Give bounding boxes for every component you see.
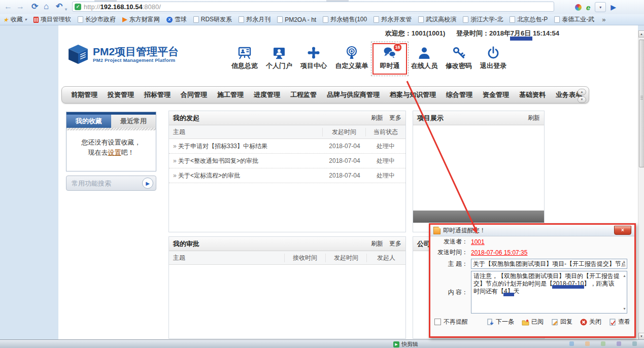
bookmark-item[interactable]: 邦永开发管 — [374, 15, 412, 24]
bookmark-item[interactable]: 浙江大学-北 — [463, 15, 503, 24]
tab-recently-used[interactable]: 最近常用 — [111, 115, 156, 128]
menu-scroll-spinner: ▲ ▼ — [578, 89, 586, 103]
tray-icon[interactable] — [617, 341, 621, 346]
bookmark-item[interactable]: 邦永月刊 — [239, 15, 270, 24]
key-icon — [452, 46, 466, 60]
xueqiu-icon: X — [166, 17, 173, 23]
menu-item[interactable]: 基础资料 — [514, 90, 551, 99]
browser-wheel-icon[interactable] — [575, 4, 582, 11]
menu-item[interactable]: 进度管理 — [249, 90, 285, 99]
page-icon — [239, 16, 244, 23]
nav-project-center[interactable]: 项目中心 — [296, 46, 331, 71]
tab-my-favorites[interactable]: 我的收藏 — [66, 115, 111, 128]
dialog-close-button[interactable]: × — [614, 226, 631, 235]
function-search-input[interactable] — [71, 179, 142, 188]
tray-icon[interactable] — [632, 341, 637, 346]
bookmarks-overflow-icon[interactable]: » — [602, 16, 605, 23]
taskbar-app[interactable]: ▶ 快剪辑 — [393, 340, 418, 348]
more-link[interactable]: 更多 — [389, 114, 401, 122]
nav-logout[interactable]: 退出登录 — [476, 46, 511, 71]
menu-item[interactable]: 投资管理 — [103, 90, 139, 99]
nav-personal-portal[interactable]: 个人门户 — [262, 46, 296, 71]
ie-mode-icon[interactable]: e — [586, 4, 590, 11]
menu-item[interactable]: 前期管理 — [66, 90, 103, 99]
menu-item[interactable]: 施工管理 — [212, 90, 249, 99]
refresh-icon[interactable]: ⟳ — [31, 2, 38, 12]
textarea-scroll-up-icon[interactable]: ▲ — [623, 272, 626, 280]
no-more-reminder-checkbox[interactable] — [434, 319, 441, 325]
nav-change-password[interactable]: 修改密码 — [442, 46, 476, 71]
menu-scroll-up[interactable]: ▲ — [578, 89, 586, 95]
subject-input[interactable] — [471, 259, 627, 269]
close-message-button[interactable]: 关闭 — [580, 318, 601, 326]
cube-logo-icon — [67, 44, 89, 65]
back-icon[interactable]: ← — [4, 2, 12, 12]
menu-item[interactable]: 品牌与供应商管理 — [322, 90, 385, 99]
url-port: :8080/ — [143, 3, 161, 11]
bookmark-item[interactable]: 邦永销售(100 — [323, 15, 367, 24]
bookmark-item[interactable]: 武汉高校演 — [418, 15, 456, 24]
favorites-empty-message: 您还没有设置收藏， 现在去设置吧！ — [66, 130, 156, 158]
table-row[interactable]: 关于<定标流程>的审批 2018-07-04 处理中 — [169, 168, 405, 183]
nav-online-users[interactable]: 在线人员 — [407, 46, 442, 71]
menu-item[interactable]: 合同管理 — [176, 90, 212, 99]
scrollbar-thumb[interactable] — [639, 40, 644, 167]
textarea-scroll-down-icon[interactable]: ▼ — [623, 305, 626, 312]
tray-icon[interactable] — [601, 341, 605, 346]
puzzle-icon — [307, 46, 321, 60]
next-item-button[interactable]: 下一条 — [487, 318, 514, 326]
my-initiations-panel: 我的发起 刷新 更多 主题 发起时间 当前状态 关于申请对【招标333】中标结果… — [168, 111, 406, 232]
mark-read-button[interactable]: 已阅 — [522, 318, 544, 326]
refresh-link[interactable]: 刷新 — [528, 114, 540, 122]
forward-icon[interactable]: → — [16, 2, 24, 12]
undo-icon[interactable]: ↶ — [56, 2, 62, 12]
more-link[interactable]: 更多 — [389, 239, 401, 248]
red-book-icon — [33, 17, 39, 23]
send-time-link[interactable]: 2018-07-06 15:07:35 — [471, 249, 527, 256]
url-bar[interactable]: ✓ http://192.168.10.54:8080/ — [72, 2, 554, 12]
menu-item[interactable]: 档案与知识管理 — [385, 90, 441, 99]
reply-button[interactable]: 回复 — [551, 318, 572, 326]
page-down-icon — [487, 319, 494, 326]
bookmark-item[interactable]: RDS研发系 — [193, 15, 232, 24]
menu-scroll-down[interactable]: ▼ — [578, 96, 586, 103]
bookmark-item[interactable]: 北京总包-P — [510, 15, 548, 24]
bookmark-item[interactable]: 项目管理软 — [33, 15, 71, 24]
dialog-titlebar: 即时通提醒您！ × — [430, 225, 634, 236]
undo-caret-icon[interactable]: ▾ — [65, 5, 67, 15]
subject-row: 主 题： — [430, 258, 634, 270]
nav-info-overview[interactable]: 信息总览 — [227, 46, 262, 71]
scroll-down-icon[interactable]: ▼ — [638, 333, 644, 340]
bookmark-item[interactable]: 东方财富网 — [122, 15, 160, 24]
bookmark-item[interactable]: 泰德工业-武 — [554, 15, 594, 24]
search-go-icon[interactable]: ▶ — [142, 178, 153, 189]
red-x-circle-icon — [580, 319, 587, 326]
system-tray — [569, 341, 637, 346]
nav-instant-messenger[interactable]: 16 即时通 — [372, 46, 407, 71]
bookmark-item[interactable]: X雪球 — [166, 15, 187, 24]
page-scrollbar[interactable]: ▲ ▼ — [638, 30, 644, 340]
bookmark-item[interactable]: PM2OA - ht — [277, 16, 316, 23]
tray-icon[interactable] — [569, 341, 574, 346]
sender-link[interactable]: 1001 — [471, 238, 485, 246]
menu-item[interactable]: 资金管理 — [478, 90, 514, 99]
scroll-up-icon[interactable]: ▲ — [638, 30, 644, 38]
table-row[interactable]: 关于<整改通知书回复>的审批 2018-07-04 处理中 — [169, 154, 405, 168]
nav-custom-menu[interactable]: 自定义菜单 — [331, 46, 372, 71]
toolbar-dropdown[interactable]: ▾ — [595, 2, 606, 12]
view-button[interactable]: 查看 — [609, 318, 630, 326]
menu-item[interactable]: 综合管理 — [441, 90, 478, 99]
content-textarea[interactable]: 请注意，【双胞胎集团测试项目】项目的【开工报告提交】节点的计划开始时间是【201… — [471, 271, 627, 314]
favorites-menu[interactable]: ★ 收藏 ▾ — [3, 15, 27, 24]
go-icon[interactable]: ▶ — [611, 3, 616, 11]
refresh-link[interactable]: 刷新 — [371, 114, 383, 122]
home-icon[interactable]: ⌂ — [44, 2, 49, 12]
table-row[interactable]: 关于申请对【招标333】中标结果 2018-07-04 处理中 — [169, 139, 405, 154]
menu-item[interactable]: 招标管理 — [139, 90, 176, 99]
bookmark-item[interactable]: 长沙市政府 — [78, 15, 116, 24]
menu-item[interactable]: 工程监管 — [285, 90, 322, 99]
tray-icon[interactable] — [585, 341, 590, 346]
setup-link[interactable]: 设置 — [108, 149, 121, 156]
im-reminder-dialog: 即时通提醒您！ × 发送者： 1001 发送时间： 2018-07-06 15:… — [429, 223, 636, 338]
refresh-link[interactable]: 刷新 — [371, 239, 383, 248]
